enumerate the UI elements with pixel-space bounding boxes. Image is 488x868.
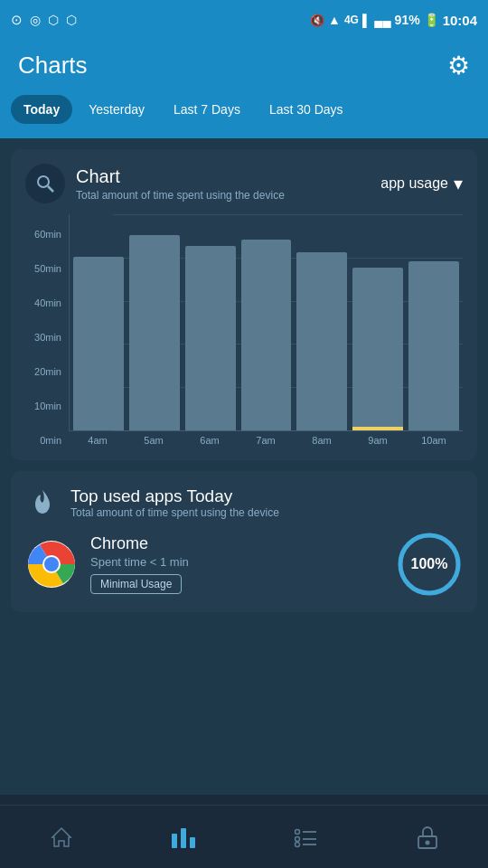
svg-rect-8 (181, 828, 186, 848)
svg-point-0 (38, 176, 49, 187)
y-label-60: 60min (25, 229, 61, 240)
x-label-10am: 10am (408, 435, 459, 446)
android-icon: ⊙ (11, 12, 23, 28)
svg-rect-7 (172, 834, 177, 848)
x-label-8am: 8am (296, 435, 347, 446)
status-icons-right: 🔇 ▲ 4G ▌ ▄▄ 91% 🔋 10:04 (310, 13, 477, 28)
x-label-9am: 9am (352, 435, 403, 446)
bar-5am (129, 235, 180, 430)
x-label-7am: 7am (240, 435, 291, 446)
chart-subtitle: Total amount of time spent using the dev… (76, 189, 285, 202)
bar-7am (241, 240, 292, 430)
top-apps-subtitle: Total amount of time spent using the dev… (70, 506, 279, 519)
svg-point-12 (295, 836, 299, 841)
wifi-icon: ▲ (328, 13, 341, 27)
bars-section: 4am 5am 6am 7am 8am 9am 10am (69, 214, 463, 446)
svg-point-10 (295, 829, 299, 834)
bar-col-7am (241, 214, 292, 430)
x-labels: 4am 5am 6am 7am 8am 9am 10am (69, 431, 463, 446)
app-header: Charts ⚙ (0, 40, 488, 95)
app-info-chrome: Chrome Spent time < 1 min Minimal Usage (90, 534, 383, 594)
page-title: Charts (18, 52, 88, 80)
chart-header: Chart Total amount of time spent using t… (25, 164, 463, 203)
circle-progress-chrome: 100% (396, 531, 463, 598)
bar-10am (408, 261, 459, 430)
bar-8am (296, 252, 347, 430)
app-item-chrome: Chrome Spent time < 1 min Minimal Usage … (25, 531, 463, 598)
settings-icon[interactable]: ⚙ (447, 51, 470, 80)
svg-line-1 (48, 186, 53, 192)
y-axis: 0min 10min 20min 30min 40min 50min 60min (25, 229, 69, 446)
chart-card: Chart Total amount of time spent using t… (11, 149, 477, 460)
nav-lock[interactable] (400, 815, 455, 860)
battery-level: 91% (395, 13, 420, 27)
status-bar: ⊙ ◎ ⬡ ⬡ 🔇 ▲ 4G ▌ ▄▄ 91% 🔋 10:04 (0, 0, 488, 40)
grid-line (113, 430, 463, 431)
bar-col-5am (129, 214, 180, 430)
tab-last7days[interactable]: Last 7 Days (161, 95, 253, 124)
shield-icon-2: ⬡ (66, 13, 77, 27)
bar-col-8am (296, 214, 347, 430)
bar-accent-9am (352, 427, 403, 430)
y-label-30: 30min (25, 332, 61, 343)
bar-col-4am (73, 214, 124, 430)
circle-percentage: 100% (411, 556, 448, 572)
nav-charts[interactable] (156, 815, 211, 860)
chart-title: Chart (76, 166, 285, 187)
x-label-5am: 5am (128, 435, 179, 446)
chrome-logo (25, 538, 78, 590)
bar-col-10am (408, 214, 459, 430)
status-icons-left: ⊙ ◎ ⬡ ⬡ (11, 12, 77, 28)
chart-icon (25, 164, 65, 203)
chart-header-left: Chart Total amount of time spent using t… (25, 164, 285, 203)
y-label-20: 20min (25, 366, 61, 377)
tab-last30days[interactable]: Last 30 Days (257, 95, 356, 124)
bar-4am (73, 257, 124, 430)
shield-icon-1: ⬡ (48, 13, 59, 27)
bar-col-9am (352, 214, 403, 430)
bar-9am (352, 268, 403, 430)
top-apps-card: Top used apps Today Total amount of time… (11, 471, 477, 612)
x-label-6am: 6am (184, 435, 235, 446)
app-name-chrome: Chrome (90, 534, 383, 553)
battery-icon: 🔋 (424, 13, 439, 27)
tab-today[interactable]: Today (11, 95, 72, 124)
bar-chart-area: 0min 10min 20min 30min 40min 50min 60min (25, 214, 463, 446)
x-label-4am: 4am (72, 435, 123, 446)
svg-point-4 (44, 557, 59, 571)
svg-point-14 (295, 842, 299, 846)
bars-wrapper (69, 214, 463, 431)
nav-list[interactable] (278, 815, 333, 860)
tab-yesterday[interactable]: Yesterday (76, 95, 157, 124)
main-content: Chart Total amount of time spent using t… (0, 138, 488, 795)
whatsapp-icon: ◎ (30, 13, 41, 27)
top-apps-title-group: Top used apps Today Total amount of time… (70, 486, 279, 519)
app-badge-chrome: Minimal Usage (90, 574, 182, 594)
y-label-10: 10min (25, 401, 61, 411)
y-label-50: 50min (25, 263, 61, 274)
app-time-chrome: Spent time < 1 min (90, 555, 383, 569)
top-apps-header: Top used apps Today Total amount of time… (25, 486, 463, 520)
flame-icon (25, 486, 60, 520)
signal-icon: ▄▄ (374, 14, 390, 27)
bar-chart-inner: 0min 10min 20min 30min 40min 50min 60min (25, 214, 463, 446)
bottom-nav (0, 805, 488, 868)
chart-type-selector[interactable]: app usage ▾ (380, 173, 463, 194)
chevron-down-icon: ▾ (454, 173, 463, 194)
bar-col-6am (185, 214, 236, 430)
svg-point-17 (425, 840, 429, 844)
y-label-40: 40min (25, 297, 61, 308)
top-apps-title: Top used apps Today (70, 486, 279, 506)
bar-6am (185, 246, 236, 430)
nav-home[interactable] (34, 815, 89, 860)
clock: 10:04 (443, 13, 477, 28)
tabs-container: Today Yesterday Last 7 Days Last 30 Days (0, 95, 488, 138)
mute-icon: 🔇 (310, 14, 324, 27)
svg-rect-9 (190, 837, 195, 848)
chart-title-group: Chart Total amount of time spent using t… (76, 166, 285, 202)
network-4g: 4G (344, 14, 359, 26)
y-label-0: 0min (25, 435, 61, 446)
sim-icon: ▌ (362, 14, 371, 27)
chart-type-label: app usage (380, 175, 448, 192)
